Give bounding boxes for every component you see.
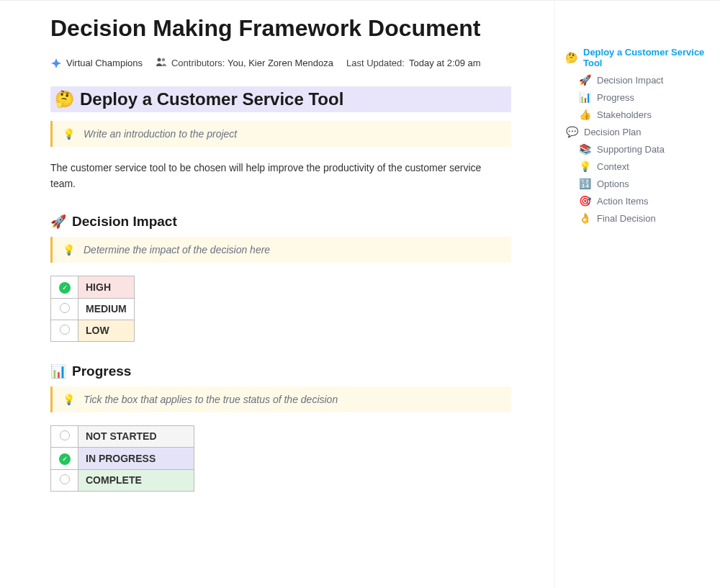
intro-paragraph[interactable]: The customer service tool to be chosen w… xyxy=(50,160,482,192)
outline-label: Decision Impact xyxy=(597,75,663,86)
outline-sidebar: 🤔Deploy a Customer Service Tool🚀Decision… xyxy=(554,1,720,588)
section-deploy-heading[interactable]: 🤔 Deploy a Customer Service Tool xyxy=(50,86,511,112)
rocket-emoji-icon: 🚀 xyxy=(50,214,66,230)
bulb-icon: 💡 xyxy=(63,394,75,405)
row-checkbox[interactable]: ✓ xyxy=(51,447,78,469)
outline-emoji-icon: 🤔 xyxy=(565,52,577,63)
impact-table: ✓HIGHMEDIUMLOW xyxy=(50,276,135,342)
workspace-name: Virtual Champions xyxy=(66,58,143,68)
last-updated: Last Updated: Today at 2:09 am xyxy=(346,58,481,68)
section-deploy-title: Deploy a Customer Service Tool xyxy=(80,89,343,109)
doc-meta: Virtual Champions Contributors: You, Kie… xyxy=(50,57,511,69)
outline-emoji-icon: 🎯 xyxy=(578,195,591,207)
outline-emoji-icon: 📚 xyxy=(578,143,591,155)
section-progress-heading[interactable]: 📊 Progress xyxy=(50,363,511,379)
empty-circle-icon xyxy=(60,325,70,335)
table-row: MEDIUM xyxy=(51,298,135,320)
section-impact-heading[interactable]: 🚀 Decision Impact xyxy=(50,214,511,230)
outline-label: Progress xyxy=(597,92,634,103)
outline-label: Supporting Data xyxy=(597,144,665,155)
row-label: HIGH xyxy=(78,276,135,298)
callout-progress[interactable]: 💡 Tick the box that applies to the true … xyxy=(50,386,511,412)
thinking-emoji-icon: 🤔 xyxy=(55,90,74,109)
outline-item[interactable]: 💡Context xyxy=(562,158,710,175)
people-icon xyxy=(156,57,167,69)
section-impact-title: Decision Impact xyxy=(72,214,177,230)
empty-circle-icon xyxy=(60,474,70,484)
row-label: NOT STARTED xyxy=(78,425,194,447)
outline-label: Final Decision xyxy=(597,213,656,224)
outline-emoji-icon: 🔢 xyxy=(578,178,591,189)
outline-label: Context xyxy=(597,161,629,172)
empty-circle-icon xyxy=(60,303,70,313)
callout-progress-text: Tick the box that applies to the true st… xyxy=(84,394,338,405)
callout-intro[interactable]: 💡 Write an introduction to the project xyxy=(50,121,511,147)
workspace-icon xyxy=(50,58,62,69)
outline-label: Stakeholders xyxy=(597,109,652,120)
outline-label: Options xyxy=(597,178,629,189)
outline-item[interactable]: 👌Final Decision xyxy=(562,209,710,227)
callout-impact[interactable]: 💡 Determine the impact of the decision h… xyxy=(50,237,511,263)
callout-intro-text: Write an introduction to the project xyxy=(84,128,237,140)
outline-item[interactable]: 🤔Deploy a Customer Service Tool xyxy=(562,44,710,71)
outline-emoji-icon: 💡 xyxy=(578,160,591,172)
empty-circle-icon xyxy=(60,430,70,440)
outline-label: Action Items xyxy=(597,196,649,207)
outline-item[interactable]: 👍Stakeholders xyxy=(562,106,710,123)
row-checkbox[interactable]: ✓ xyxy=(51,276,78,298)
row-label: COMPLETE xyxy=(78,469,194,491)
outline-emoji-icon: 💬 xyxy=(565,126,578,137)
outline-emoji-icon: 📊 xyxy=(578,91,591,103)
table-row: NOT STARTED xyxy=(51,425,194,447)
bulb-icon: 💡 xyxy=(63,128,75,140)
impact-tbody: ✓HIGHMEDIUMLOW xyxy=(51,276,135,341)
row-checkbox[interactable] xyxy=(51,469,78,491)
progress-tbody: NOT STARTED✓IN PROGRESSCOMPLETE xyxy=(51,425,194,491)
check-circle-icon: ✓ xyxy=(59,453,71,465)
outline-item[interactable]: 🎯Action Items xyxy=(562,192,710,209)
outline-item[interactable]: 💬Decision Plan xyxy=(562,123,710,140)
bulb-icon: 💡 xyxy=(63,244,75,255)
outline-item[interactable]: 🔢Options xyxy=(562,175,710,192)
callout-impact-text: Determine the impact of the decision her… xyxy=(84,244,270,255)
outline-list: 🤔Deploy a Customer Service Tool🚀Decision… xyxy=(562,44,710,227)
contributors[interactable]: Contributors: You, Kier Zoren Mendoza xyxy=(156,57,333,69)
row-checkbox[interactable] xyxy=(51,425,78,447)
row-checkbox[interactable] xyxy=(51,298,78,320)
page-title: Decision Making Framework Document xyxy=(50,14,511,42)
workspace-chip[interactable]: Virtual Champions xyxy=(50,58,143,69)
outline-item[interactable]: 🚀Decision Impact xyxy=(562,71,710,89)
svg-point-0 xyxy=(157,58,161,62)
outline-item[interactable]: 📚Supporting Data xyxy=(562,140,710,158)
chart-emoji-icon: 📊 xyxy=(50,363,66,379)
table-row: COMPLETE xyxy=(51,469,194,491)
check-circle-icon: ✓ xyxy=(59,282,71,294)
outline-label: Decision Plan xyxy=(584,127,642,137)
outline-emoji-icon: 🚀 xyxy=(578,74,591,86)
table-row: LOW xyxy=(51,320,135,341)
section-progress-title: Progress xyxy=(72,363,131,379)
outline-emoji-icon: 👍 xyxy=(578,109,591,120)
progress-table: NOT STARTED✓IN PROGRESSCOMPLETE xyxy=(50,425,194,492)
outline-emoji-icon: 👌 xyxy=(578,212,591,224)
row-label: LOW xyxy=(78,320,135,341)
main-content: Decision Making Framework Document Virtu… xyxy=(0,1,554,588)
outline-item[interactable]: 📊Progress xyxy=(562,89,710,106)
row-label: MEDIUM xyxy=(78,298,135,320)
table-row: ✓IN PROGRESS xyxy=(51,447,194,469)
svg-point-1 xyxy=(162,58,165,61)
row-label: IN PROGRESS xyxy=(78,447,194,469)
table-row: ✓HIGH xyxy=(51,276,135,298)
row-checkbox[interactable] xyxy=(51,320,78,341)
outline-label: Deploy a Customer Service Tool xyxy=(583,47,707,68)
